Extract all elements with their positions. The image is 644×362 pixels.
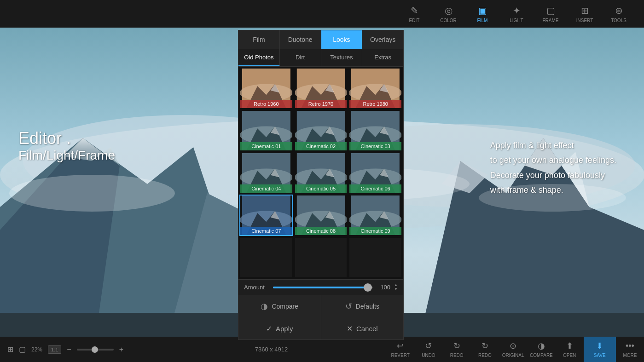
- filter-label-8: Cinematic 06: [349, 184, 401, 193]
- tab-film[interactable]: Film: [238, 30, 280, 49]
- amount-row: Amount 100 ▲ ▼: [238, 279, 403, 295]
- toolbar-frame[interactable]: ▢ FRAME: [534, 1, 567, 27]
- insert-icon: ⊞: [581, 5, 589, 16]
- revert-icon: ↩: [397, 341, 404, 351]
- toolbar-film[interactable]: ▣ FILM: [466, 1, 499, 27]
- tools-icon: ⊛: [615, 5, 623, 16]
- amount-label: Amount: [244, 284, 269, 291]
- compare-button[interactable]: ◑ Compare: [238, 295, 321, 318]
- toolbar-edit-label: EDIT: [409, 18, 420, 23]
- filter-label-3: Cinematic 01: [240, 142, 292, 150]
- zoom-percent: 22%: [31, 346, 42, 353]
- save-label: SAVE: [594, 353, 606, 358]
- redo-button-left[interactable]: ↻ REDO: [443, 337, 471, 362]
- redo-right-icon: ↻: [482, 341, 488, 351]
- single-view-icon[interactable]: ▢: [19, 345, 26, 354]
- filter-item-9[interactable]: Cinematic 07: [239, 195, 293, 236]
- cancel-button[interactable]: ✕ Cancel: [321, 318, 404, 339]
- undo-icon: ↺: [425, 341, 432, 351]
- zoom-minus-button[interactable]: −: [67, 345, 71, 354]
- filter-item-4[interactable]: Cinematic 02: [294, 110, 348, 151]
- toolbar-light-label: LIGHT: [510, 18, 523, 23]
- filter-item-2[interactable]: Retro 1980: [348, 68, 402, 109]
- original-icon: ⊙: [510, 341, 516, 351]
- bottom-left-controls: ⊞ ▢ 22% 1:1 − +: [0, 345, 157, 354]
- compare-icon: ◑: [261, 301, 268, 311]
- bottom-right-controls: ↩ REVERT ↺ UNDO ↻ REDO ↻ REDO ⊙ ORIGINAL…: [386, 337, 644, 362]
- film-panel: Film Duotone Looks Overlays Old Photos D…: [238, 30, 404, 340]
- bottom-dimensions: 7360 x 4912: [157, 346, 386, 353]
- tab-looks[interactable]: Looks: [321, 30, 363, 49]
- panel-tabs-row1: Film Duotone Looks Overlays: [238, 30, 403, 49]
- open-label: OPEN: [563, 353, 576, 358]
- toolbar-insert[interactable]: ⊞ INSERT: [569, 1, 601, 27]
- filter-label-2: Retro 1980: [349, 100, 401, 108]
- apply-button[interactable]: ✓ Apply: [238, 318, 321, 339]
- revert-button[interactable]: ↩ REVERT: [386, 337, 414, 362]
- save-button[interactable]: ⬇ SAVE: [584, 337, 616, 362]
- redo-left-label: REDO: [450, 353, 464, 358]
- filter-item-14[interactable]: [348, 237, 402, 278]
- toolbar-edit[interactable]: ✎ EDIT: [398, 1, 430, 27]
- amount-slider[interactable]: [273, 287, 373, 288]
- grid-view-icon[interactable]: ⊞: [7, 345, 13, 354]
- filter-label-4: Cinematic 02: [295, 142, 347, 150]
- tab-overlays[interactable]: Overlays: [362, 30, 403, 49]
- filter-item-13[interactable]: [294, 237, 348, 278]
- filter-label-0: Retro 1960: [240, 100, 292, 108]
- filter-item-7[interactable]: Cinematic 05: [294, 152, 348, 194]
- toolbar-tools-label: TOOLS: [611, 18, 627, 23]
- open-button[interactable]: ⬆ OPEN: [556, 337, 584, 362]
- svg-point-12: [9, 175, 175, 212]
- filter-label-7: Cinematic 05: [295, 184, 347, 193]
- amount-spinners[interactable]: ▲ ▼: [394, 283, 398, 291]
- frame-icon: ▢: [546, 5, 555, 16]
- tab-textures[interactable]: Textures: [321, 49, 363, 66]
- compare-bottom-button[interactable]: ◑ COMPARE: [527, 337, 555, 362]
- image-dimensions: 7360 x 4912: [255, 346, 288, 353]
- more-icon: •••: [626, 341, 634, 351]
- filter-item-5[interactable]: Cinematic 03: [348, 110, 402, 151]
- zoom-slider[interactable]: [77, 349, 114, 351]
- panel-tabs-row2: Old Photos Dirt Textures Extras: [238, 49, 403, 67]
- panel-action-buttons: ✓ Apply ✕ Cancel: [238, 318, 403, 339]
- more-button[interactable]: ••• MORE: [616, 337, 644, 362]
- toolbar-tools[interactable]: ⊛ TOOLS: [603, 1, 635, 27]
- apply-label: Apply: [276, 325, 293, 333]
- zoom-plus-button[interactable]: +: [119, 345, 123, 354]
- filter-item-6[interactable]: Cinematic 04: [239, 152, 293, 194]
- save-icon: ⬇: [596, 341, 603, 351]
- compare-label: Compare: [272, 303, 298, 310]
- compare-bottom-icon: ◑: [538, 341, 545, 351]
- defaults-label: Defaults: [356, 303, 379, 310]
- toolbar-color[interactable]: ◎ COLOR: [432, 1, 464, 27]
- side-text-line4: with frame & shape.: [490, 183, 616, 197]
- defaults-button[interactable]: ↺ Defaults: [321, 295, 404, 318]
- checkmark-icon: ✓: [266, 324, 272, 333]
- tab-old-photos[interactable]: Old Photos: [238, 49, 280, 66]
- undo-button[interactable]: ↺ UNDO: [414, 337, 442, 362]
- bottom-toolbar: ⊞ ▢ 22% 1:1 − + 7360 x 4912 ↩ REVERT ↺ U…: [0, 337, 644, 362]
- redo-button-right[interactable]: ↻ REDO: [471, 337, 499, 362]
- toolbar-light[interactable]: ✦ LIGHT: [500, 1, 533, 27]
- filter-item-1[interactable]: Retro 1970: [294, 68, 348, 109]
- panel-utility-buttons: ◑ Compare ↺ Defaults: [238, 295, 403, 318]
- tab-duotone[interactable]: Duotone: [280, 30, 321, 49]
- filter-item-11[interactable]: Cinematic 09: [348, 195, 402, 236]
- undo-label: UNDO: [422, 353, 435, 358]
- filter-item-12[interactable]: [239, 237, 293, 278]
- side-text-line1: Apply film & light effect: [490, 138, 616, 153]
- filter-item-3[interactable]: Cinematic 01: [239, 110, 293, 151]
- filter-label-5: Cinematic 03: [349, 142, 401, 150]
- tab-dirt[interactable]: Dirt: [280, 49, 321, 66]
- light-icon: ✦: [513, 5, 521, 16]
- ratio-button[interactable]: 1:1: [48, 345, 61, 354]
- toolbar-film-label: FILM: [477, 18, 488, 23]
- toolbar-frame-label: FRAME: [543, 18, 559, 23]
- original-button[interactable]: ⊙ ORIGINAL: [499, 337, 527, 362]
- filter-item-10[interactable]: Cinematic 08: [294, 195, 348, 236]
- tab-extras[interactable]: Extras: [362, 49, 403, 66]
- filter-item-0[interactable]: Retro 1960: [239, 68, 293, 109]
- revert-label: REVERT: [391, 353, 409, 358]
- filter-item-8[interactable]: Cinematic 06: [348, 152, 402, 194]
